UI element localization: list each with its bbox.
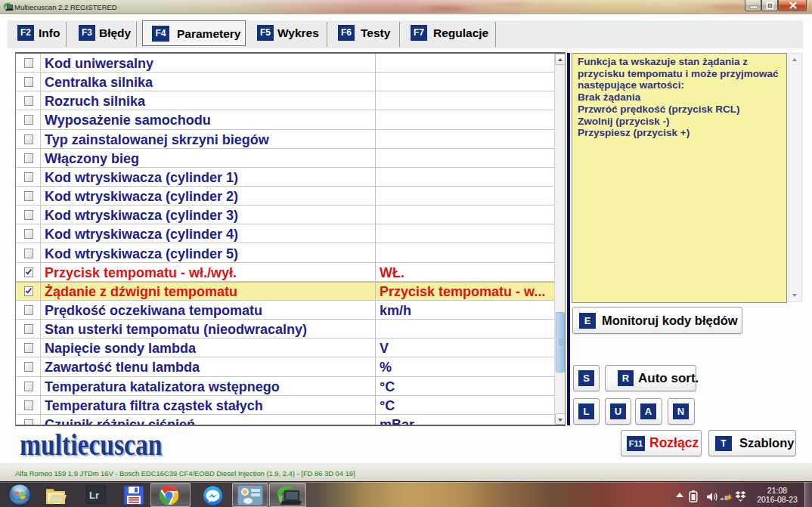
- svg-text:Lr: Lr: [89, 490, 99, 501]
